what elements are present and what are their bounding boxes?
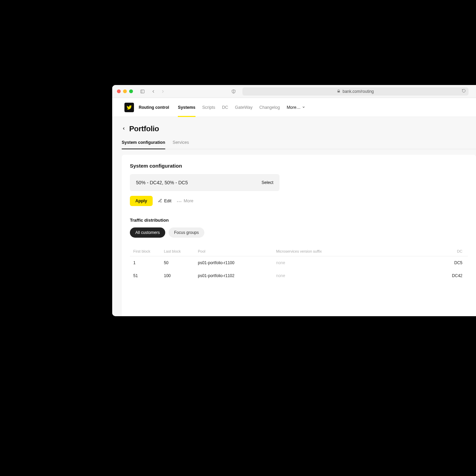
- col-dc: DC: [351, 247, 468, 256]
- tab-services[interactable]: Services: [173, 140, 189, 149]
- tab-system-configuration[interactable]: System configuration: [122, 140, 165, 149]
- card-title: System configuration: [130, 163, 468, 169]
- page-subtabs: System configuration Services: [122, 140, 476, 149]
- col-pool: Pool: [194, 247, 273, 256]
- nav-systems[interactable]: Systems: [178, 98, 195, 117]
- nav-more-label: More…: [287, 105, 301, 110]
- svg-point-3: [177, 201, 178, 202]
- svg-rect-2: [338, 91, 340, 92]
- browser-window: bank.com/routing Routing control Systems…: [112, 85, 476, 316]
- cell-first: 51: [130, 269, 160, 282]
- cell-dc: DC42: [351, 269, 468, 282]
- cell-suffix: none: [273, 269, 351, 282]
- dots-icon: [177, 199, 182, 203]
- cell-pool: ps01-portfolio-r1102: [194, 269, 273, 282]
- minimize-window-button[interactable]: [123, 89, 127, 93]
- page-title-row: Portfolio: [122, 124, 476, 133]
- cell-last: 100: [160, 269, 194, 282]
- chevron-down-icon: [302, 105, 305, 110]
- pill-all-customers[interactable]: All customers: [130, 227, 165, 238]
- forward-button[interactable]: [159, 88, 166, 95]
- cell-suffix: none: [273, 256, 351, 270]
- nav-scripts[interactable]: Scripts: [202, 98, 215, 117]
- url-text: bank.com/routing: [342, 89, 374, 94]
- card-actions: Apply Edit More: [130, 196, 468, 206]
- back-button[interactable]: [150, 88, 157, 95]
- traffic-section-label: Traffic distribution: [130, 218, 468, 223]
- page-title: Portfolio: [129, 124, 159, 133]
- col-last-block: Last block: [160, 247, 194, 256]
- cell-first: 1: [130, 256, 160, 270]
- select-button[interactable]: Select: [261, 180, 273, 185]
- apply-button[interactable]: Apply: [130, 196, 153, 206]
- table-row: 51 100 ps01-portfolio-r1102 none DC42: [130, 269, 468, 282]
- svg-rect-0: [141, 90, 144, 93]
- pill-focus-groups[interactable]: Focus groups: [169, 227, 204, 238]
- app-header: Routing control Systems Scripts DC GateW…: [112, 98, 476, 117]
- pencil-icon: [158, 199, 162, 204]
- url-bar[interactable]: bank.com/routing: [242, 87, 469, 96]
- traffic-filter-pills: All customers Focus groups: [130, 227, 468, 238]
- cell-dc: DC5: [351, 256, 468, 270]
- edit-label: Edit: [164, 199, 172, 203]
- cell-pool: ps01-portfolio-r1100: [194, 256, 273, 270]
- nav-gateway[interactable]: GateWay: [235, 98, 253, 117]
- back-chevron-icon[interactable]: [122, 126, 126, 132]
- refresh-icon[interactable]: [462, 89, 466, 94]
- table-row: 1 50 ps01-portfolio-r1100 none DC5: [130, 256, 468, 270]
- lock-icon: [337, 89, 340, 94]
- close-window-button[interactable]: [117, 89, 121, 93]
- browser-titlebar: bank.com/routing: [112, 85, 476, 98]
- nav-more[interactable]: More…: [287, 105, 305, 110]
- edit-button[interactable]: Edit: [158, 199, 172, 204]
- col-suffix: Microservices version suffix: [273, 247, 351, 256]
- svg-point-4: [179, 201, 180, 202]
- nav-dc[interactable]: DC: [222, 98, 228, 117]
- sidebar-toggle-icon[interactable]: [139, 88, 146, 95]
- traffic-table: First block Last block Pool Microservice…: [130, 247, 468, 282]
- zoom-window-button[interactable]: [129, 89, 133, 93]
- cell-last: 50: [160, 256, 194, 270]
- config-select-row: 50% - DC42, 50% - DC5 Select: [130, 174, 279, 191]
- more-label: More: [184, 199, 193, 203]
- nav-changelog[interactable]: Changelog: [259, 98, 280, 117]
- col-first-block: First block: [130, 247, 160, 256]
- app-logo[interactable]: [124, 103, 134, 112]
- privacy-shield-icon[interactable]: [230, 88, 237, 95]
- page-body: Portfolio System configuration Services …: [112, 117, 476, 316]
- more-button[interactable]: More: [177, 199, 193, 203]
- config-card: System configuration 50% - DC42, 50% - D…: [122, 155, 476, 316]
- window-controls: [117, 89, 133, 93]
- top-nav: Systems Scripts DC GateWay Changelog Mor…: [178, 98, 305, 117]
- selected-config-text: 50% - DC42, 50% - DC5: [136, 180, 188, 185]
- app-brand: Routing control: [139, 105, 169, 110]
- svg-point-5: [181, 201, 182, 202]
